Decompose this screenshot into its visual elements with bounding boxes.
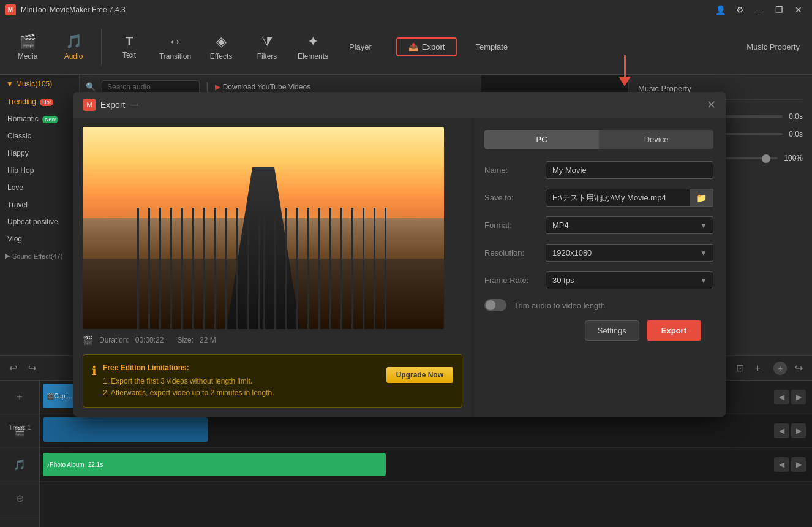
audio-nav-right[interactable]: ▶ (791, 457, 806, 472)
arrow-head (618, 77, 631, 86)
modal-preview-section: 🎬 Duration: 00:00:22 Size: 22 M ℹ Free E… (73, 118, 472, 417)
resolution-select[interactable]: 1920x1080 1280x720 3840x2160 (546, 244, 713, 262)
name-label: Name: (484, 165, 546, 175)
duration-value: 00:00:22 (135, 336, 164, 344)
track-2-nav-right[interactable]: ▶ (791, 390, 806, 404)
export-action-button[interactable]: Export (647, 320, 701, 341)
redo-button[interactable]: ↪ (25, 360, 39, 376)
transition-icon: ↔ (168, 34, 182, 50)
modal-minimize-button[interactable]: ─ (130, 99, 138, 112)
restore-button[interactable]: ❐ (770, 3, 788, 17)
volume-value: 100% (784, 154, 803, 162)
track-1-clip[interactable] (43, 417, 208, 442)
category-travel[interactable]: Travel (0, 196, 79, 213)
toolbar-audio[interactable]: 🎵 Audio (52, 24, 95, 70)
save-path-group: 📁 (546, 189, 713, 207)
volume-thumb[interactable] (762, 154, 770, 163)
size-value: 22 M (200, 336, 216, 344)
category-hiphop[interactable]: Hip Hop (0, 162, 79, 179)
toolbar-elements-label: Elements (298, 52, 328, 61)
platform-tabs: PC Device (484, 130, 713, 149)
account-button[interactable]: 👤 (712, 3, 729, 17)
timeline-nav-right[interactable]: ↪ (792, 360, 806, 376)
pier-image (83, 127, 444, 329)
toolbar-divider-1 (101, 29, 102, 66)
category-happy[interactable]: Happy (0, 145, 79, 162)
music-section-title: Music(105) (16, 80, 52, 88)
music-property-tab[interactable]: Music Property (746, 42, 800, 51)
category-vlog[interactable]: Vlog (0, 230, 79, 248)
trim-audio-toggle[interactable] (484, 299, 506, 311)
track-row-1: ◀ ▶ Track 1 (40, 414, 812, 448)
category-trending[interactable]: Trending Hot (0, 93, 79, 110)
filters-icon: ⧩ (261, 34, 273, 50)
template-tab[interactable]: Template (469, 39, 514, 55)
toolbar-filters-label: Filters (257, 52, 277, 61)
warning-line1: 1. Export the first 3 videos without len… (103, 376, 380, 387)
toolbar-media[interactable]: 🎬 Media (6, 24, 49, 70)
frame-rate-select-wrapper: 30 fps 24 fps 60 fps ▼ (546, 271, 713, 289)
toolbar-audio-label: Audio (64, 52, 83, 61)
audio-nav-left[interactable]: ◀ (774, 457, 789, 472)
zoom-fit-button[interactable]: ⊡ (733, 360, 747, 376)
export-arrow-indicator (618, 55, 631, 86)
warning-box: ℹ Free Edition Limitations: 1. Export th… (83, 354, 462, 408)
pc-tab[interactable]: PC (484, 130, 599, 149)
trending-badge: Hot (40, 99, 53, 106)
audio-track-label: Photo Album (50, 461, 85, 468)
save-to-label: Save to: (484, 193, 546, 202)
zoom-in-button[interactable]: + (752, 361, 764, 376)
format-select[interactable]: MP4 AVI MOV (546, 216, 713, 234)
category-classic[interactable]: Classic (0, 127, 79, 145)
toolbar-transition[interactable]: ↔ Transition (154, 24, 197, 70)
track-2-nav-left[interactable]: ◀ (774, 390, 789, 404)
fence-right (263, 208, 390, 329)
name-row: Name: (484, 161, 713, 179)
music-section-header[interactable]: ▼ Music(105) (0, 75, 79, 93)
frame-rate-select[interactable]: 30 fps 24 fps 60 fps (546, 271, 713, 289)
toolbar-text[interactable]: T Text (108, 24, 151, 70)
export-button[interactable]: 📤 Export (396, 37, 457, 56)
toolbar-effects[interactable]: ◈ Effects (200, 24, 242, 70)
save-to-row: Save to: 📁 (484, 189, 713, 207)
trim-audio-label: Trim audio to video length (514, 301, 605, 310)
close-button[interactable]: ✕ (790, 3, 807, 17)
trim-audio-row: Trim audio to video length (484, 299, 713, 311)
music-expand-icon: ▼ (6, 80, 13, 88)
category-romantic[interactable]: Romantic New (0, 110, 79, 127)
minimize-button[interactable]: ─ (751, 3, 768, 17)
settings-button[interactable]: ⚙ (731, 3, 748, 17)
track-row-audio: ♪ Photo Album 22.1s ◀ ▶ (40, 448, 812, 482)
settings-button-modal[interactable]: Settings (585, 320, 639, 341)
modal-close-button[interactable]: ✕ (707, 98, 716, 112)
toolbar-elements[interactable]: ✦ Elements (291, 24, 334, 70)
toolbar-transition-label: Transition (159, 52, 191, 61)
device-tab[interactable]: Device (599, 130, 713, 149)
export-modal: M Export ─ ✕ 🎬 Duration: (73, 92, 726, 417)
download-youtube-button[interactable]: ▶ Download YouTube Videos (215, 83, 310, 91)
warning-line2: 2. Afterwards, export video up to 2 minu… (103, 387, 380, 399)
sound-effect-section[interactable]: ▶ Sound Effect(47) (0, 248, 79, 264)
romantic-badge: New (42, 116, 58, 123)
toolbar-filters[interactable]: ⧩ Filters (246, 24, 288, 70)
elements-icon: ✦ (307, 34, 318, 50)
category-upbeat[interactable]: Upbeat positive (0, 213, 79, 230)
upgrade-now-button[interactable]: Upgrade Now (386, 367, 453, 383)
audio-track-content: ♪ Photo Album 22.1s ◀ ▶ (40, 448, 812, 481)
toolbar-effects-label: Effects (210, 52, 232, 61)
toolbar-media-label: Media (18, 52, 38, 61)
save-path-input[interactable] (546, 189, 690, 207)
track-1-nav-left[interactable]: ◀ (774, 423, 789, 438)
audio-clip[interactable]: ♪ Photo Album 22.1s (43, 453, 386, 476)
player-tab[interactable]: Player (343, 39, 378, 55)
name-input[interactable] (546, 161, 713, 179)
warning-content: Free Edition Limitations: 1. Export the … (103, 362, 380, 400)
browse-folder-button[interactable]: 📁 (690, 189, 713, 207)
category-love[interactable]: Love (0, 179, 79, 196)
resolution-row: Resolution: 1920x1080 1280x720 3840x2160… (484, 244, 713, 262)
camera-icon-small: 🎬 (47, 393, 54, 400)
add-track-button[interactable]: + (773, 362, 787, 375)
sound-effect-label: Sound Effect(47) (12, 252, 62, 260)
undo-button[interactable]: ↩ (6, 360, 20, 376)
track-1-nav-right[interactable]: ▶ (791, 423, 806, 438)
